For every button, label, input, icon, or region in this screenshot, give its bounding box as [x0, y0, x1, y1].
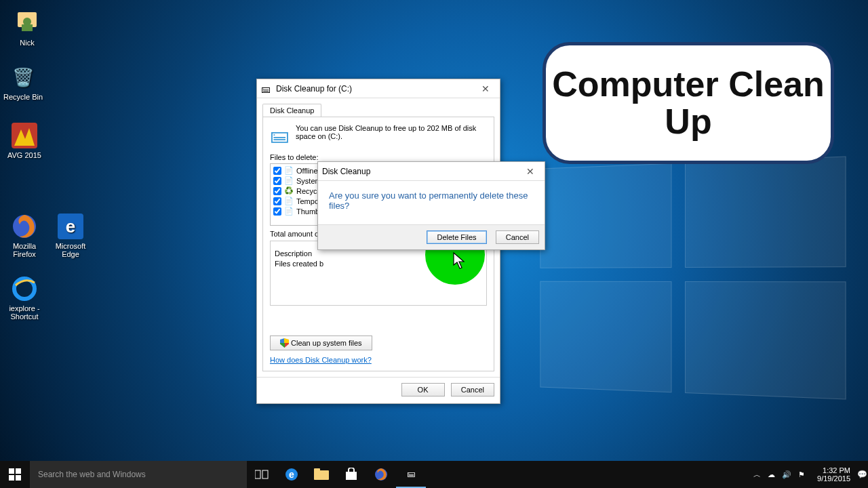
svg-rect-11 [16, 475, 21, 481]
taskbar-firefox[interactable] [366, 461, 396, 488]
confirm-titlebar[interactable]: Disk Cleanup ✕ [318, 162, 545, 181]
cleanup-info-text: You can use Disk Cleanup to free up to 2… [296, 124, 487, 146]
confirm-title: Disk Cleanup [322, 167, 520, 176]
taskbar-store[interactable] [336, 461, 366, 488]
help-link[interactable]: How does Disk Cleanup work? [270, 356, 372, 364]
svg-rect-17 [314, 468, 320, 472]
clock-date: 9/19/2015 [817, 474, 850, 483]
taskbar-disk-cleanup[interactable]: 🖴 [396, 461, 426, 488]
volume-icon[interactable]: 🔊 [782, 470, 791, 479]
svg-rect-12 [255, 470, 260, 479]
firefox-icon [11, 213, 38, 240]
desktop-icon-avg[interactable]: AVG 2015 [3, 122, 46, 159]
edge-icon: e [57, 213, 84, 240]
taskbar-clock[interactable]: 1:32 PM 9/19/2015 [812, 466, 856, 483]
task-view-button[interactable] [247, 461, 277, 488]
desktop-icon-firefox[interactable]: Mozilla Firefox [3, 213, 46, 258]
tab-disk-cleanup[interactable]: Disk Cleanup [262, 104, 321, 117]
close-icon[interactable]: ✕ [520, 166, 540, 177]
system-tray[interactable]: ︿ ☁ 🔊 ⚑ [747, 470, 812, 480]
flag-icon[interactable]: ⚑ [798, 470, 805, 479]
annotation-text: Computer Clean Up [546, 66, 831, 140]
close-icon[interactable]: ✕ [475, 83, 496, 94]
desktop-icon-recycle-bin[interactable]: 🗑️ Recycle Bin [1, 64, 45, 101]
ie-icon [11, 275, 38, 302]
files-to-delete-label: Files to delete: [270, 153, 487, 161]
annotation-bubble: Computer Clean Up [542, 42, 834, 164]
disk-cleanup-title: Disk Cleanup for (C:) [276, 84, 475, 94]
ok-button[interactable]: OK [401, 383, 445, 396]
checkbox[interactable] [273, 207, 281, 216]
notifications-button[interactable]: 💬 [856, 461, 868, 488]
taskbar-explorer[interactable] [307, 461, 336, 488]
clean-system-files-button[interactable]: Clean up system files [270, 336, 372, 350]
search-placeholder: Search the web and Windows [38, 470, 146, 479]
shield-icon [280, 338, 289, 348]
clock-time: 1:32 PM [817, 466, 850, 474]
desktop-icon-iexplore[interactable]: iexplore - Shortcut [3, 275, 46, 321]
recycle-bin-icon: 🗑️ [9, 64, 37, 91]
desktop-icon-edge[interactable]: e Microsoft Edge [49, 213, 92, 258]
taskbar-edge[interactable]: e [277, 461, 307, 488]
disk-cleanup-titlebar[interactable]: 🖴 Disk Cleanup for (C:) ✕ [257, 79, 500, 98]
svg-rect-18 [346, 472, 357, 480]
taskbar-search[interactable]: Search the web and Windows [30, 461, 247, 488]
taskbar: Search the web and Windows e 🖴 ︿ ☁ 🔊 ⚑ 1… [0, 461, 868, 488]
cancel-button[interactable]: Cancel [451, 383, 494, 396]
svg-rect-8 [9, 468, 14, 474]
drive-icon: 🖴 [270, 124, 289, 146]
svg-rect-16 [314, 470, 329, 480]
user-icon [14, 9, 41, 37]
checkbox[interactable] [273, 177, 281, 185]
checkbox[interactable] [273, 187, 281, 195]
confirm-message: Are you sure you want to permanently del… [318, 181, 545, 224]
chevron-up-icon[interactable]: ︿ [753, 470, 761, 480]
start-button[interactable] [0, 461, 30, 488]
svg-rect-9 [16, 468, 21, 474]
svg-text:e: e [66, 216, 75, 237]
delete-files-button[interactable]: Delete Files [427, 230, 486, 244]
cursor-icon [453, 252, 467, 270]
wallpaper-windows-logo [540, 156, 846, 399]
checkbox[interactable] [273, 197, 281, 205]
svg-text:e: e [289, 469, 294, 480]
confirm-dialog: Disk Cleanup ✕ Are you sure you want to … [317, 161, 545, 250]
svg-rect-10 [9, 475, 14, 481]
onedrive-icon[interactable]: ☁ [768, 470, 775, 479]
checkbox[interactable] [273, 167, 281, 175]
svg-rect-2 [22, 24, 33, 31]
svg-rect-13 [262, 470, 268, 479]
disk-cleanup-icon: 🖴 [261, 83, 272, 94]
avg-icon [11, 122, 38, 149]
desktop-icon-user[interactable]: Nick [5, 9, 49, 47]
